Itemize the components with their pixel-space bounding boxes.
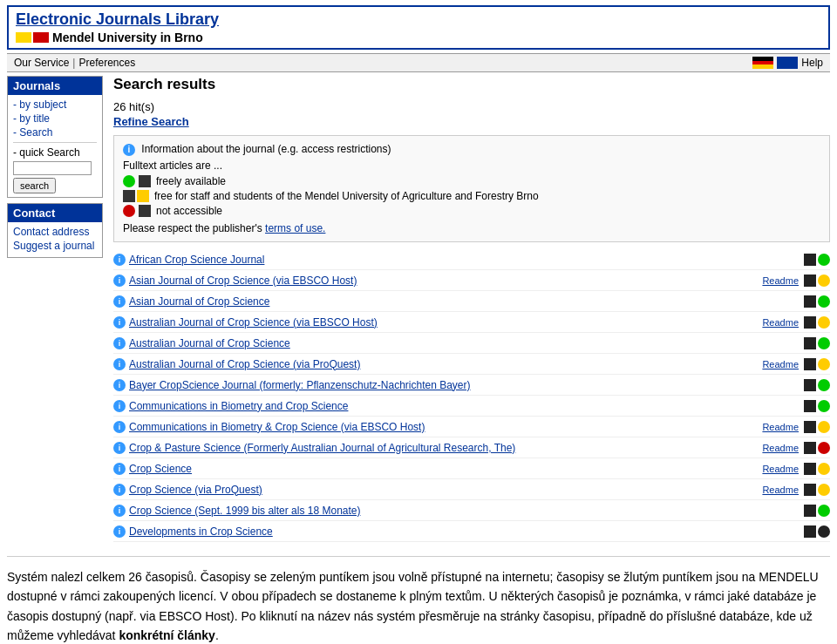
journal-info-icon[interactable]: i (113, 337, 126, 349)
journal-name[interactable]: Bayer CropScience Journal (formerly: Pfl… (129, 379, 804, 391)
journal-info-icon[interactable]: i (113, 400, 126, 412)
journal-name[interactable]: Australian Journal of Crop Science (via … (129, 316, 762, 329)
journal-name[interactable]: Asian Journal of Crop Science (via EBSCO… (129, 275, 762, 287)
journal-info-icon[interactable]: i (113, 463, 126, 475)
search-link[interactable]: - Search (13, 126, 97, 139)
search-button[interactable]: search (13, 178, 56, 193)
journal-name[interactable]: Crop Science (via ProQuest) (129, 484, 762, 496)
journal-name[interactable]: African Crop Science Journal (129, 254, 804, 266)
green-status-dot (818, 254, 830, 266)
yellow-status-dot (818, 463, 830, 475)
black-block2-icon (123, 190, 135, 202)
journal-info-icon[interactable]: i (113, 358, 126, 370)
university-subtitle: Mendel University in Brno (16, 31, 821, 44)
journal-row: iCrop Science (Sept. 1999 bis alter als … (113, 500, 830, 521)
status-blocks (804, 525, 830, 538)
journal-name[interactable]: Communications in Biometry and Crop Scie… (129, 400, 804, 412)
journal-row: iAustralian Journal of Crop Science (113, 333, 830, 354)
help-link[interactable]: Help (801, 57, 823, 69)
hit-count: 26 hit(s) (113, 100, 830, 113)
our-service-link[interactable]: Our Service (14, 57, 69, 69)
quick-search-label: - quick Search (13, 146, 97, 159)
university-name: Mendel University in Brno (52, 31, 203, 44)
info-header: i Information about the journal (e.g. ac… (123, 143, 820, 156)
contact-links: Contact address Suggest a journal (8, 222, 102, 257)
yellow-status-dot (818, 421, 830, 433)
readme-link[interactable]: Readme (762, 443, 799, 453)
journal-row: iCommunications in Biometry and Crop Sci… (113, 396, 830, 417)
black-status-block (804, 358, 816, 370)
journal-row: iCrop & Pasture Science (Formerly Austra… (113, 437, 830, 458)
status-blocks (804, 463, 830, 475)
status-blocks (804, 337, 830, 349)
info-icon: i (123, 144, 135, 156)
readme-link[interactable]: Readme (762, 422, 799, 432)
journal-name[interactable]: Communications in Biometry & Crop Scienc… (129, 421, 762, 433)
journal-row: iDevelopments in Crop Science (113, 521, 830, 542)
journals-links: - by subject - by title - Search - quick… (8, 95, 102, 197)
journal-name[interactable]: Crop Science (129, 463, 762, 475)
journal-info-icon[interactable]: i (113, 295, 126, 308)
green-status-dot (818, 337, 830, 349)
black-status-block (804, 484, 816, 496)
journal-row: iAfrican Crop Science Journal (113, 249, 830, 270)
journal-info-icon[interactable]: i (113, 275, 126, 287)
navbar-left: Our Service | Preferences (14, 57, 135, 69)
journal-row: iCrop Science (via ProQuest)Readme (113, 479, 830, 500)
info-label: Information about the journal (e.g. acce… (141, 143, 391, 155)
journal-name[interactable]: Australian Journal of Crop Science (via … (129, 358, 762, 370)
site-header: Electronic Journals Library Mendel Unive… (7, 5, 830, 50)
journal-info-icon[interactable]: i (113, 379, 126, 391)
journal-name[interactable]: Crop Science (Sept. 1999 bis alter als 1… (129, 505, 804, 517)
readme-link[interactable]: Readme (762, 275, 799, 286)
journal-name[interactable]: Asian Journal of Crop Science (129, 295, 804, 308)
page-title: Search results (113, 76, 830, 93)
terms-row: Please respect the publisher's terms of … (123, 222, 820, 234)
readme-link[interactable]: Readme (762, 485, 799, 495)
journal-name[interactable]: Developments in Crop Science (129, 525, 804, 538)
mendel-blocks (123, 190, 149, 202)
black-status-block (804, 463, 816, 475)
terms-link[interactable]: terms of use. (265, 222, 325, 234)
readme-link[interactable]: Readme (762, 359, 799, 369)
black-status-block (804, 337, 816, 349)
status-blocks (804, 421, 830, 433)
by-subject-link[interactable]: - by subject (13, 98, 97, 111)
journal-info-icon[interactable]: i (113, 505, 126, 517)
black-status-block (804, 254, 816, 266)
status-blocks (804, 358, 830, 370)
red-status-dot (818, 442, 830, 454)
suggest-journal-link[interactable]: Suggest a journal (13, 240, 97, 252)
journal-row: iCommunications in Biometry & Crop Scien… (113, 417, 830, 437)
journal-info-icon[interactable]: i (113, 421, 126, 433)
search-input[interactable] (13, 161, 92, 175)
status-blocks (804, 254, 830, 266)
journal-info-icon[interactable]: i (113, 442, 126, 454)
preferences-link[interactable]: Preferences (78, 57, 135, 69)
refine-search-link[interactable]: Refine Search (113, 115, 189, 128)
journal-name[interactable]: Crop & Pasture Science (Formerly Austral… (129, 442, 762, 454)
journal-row: iAsian Journal of Crop Science (113, 291, 830, 312)
status-blocks (804, 442, 830, 454)
journal-name[interactable]: Australian Journal of Crop Science (129, 337, 804, 349)
journal-info-icon[interactable]: i (113, 525, 126, 538)
journal-info-icon[interactable]: i (113, 484, 126, 496)
status-blocks (804, 316, 830, 329)
contact-address-link[interactable]: Contact address (13, 226, 97, 238)
legend-not: not accessible (123, 205, 820, 217)
status-blocks (804, 505, 830, 517)
by-title-link[interactable]: - by title (13, 112, 97, 125)
status-blocks (804, 379, 830, 391)
flag-gb-icon[interactable] (777, 57, 798, 69)
green-status-dot (818, 379, 830, 391)
readme-link[interactable]: Readme (762, 317, 799, 328)
sidebar: Journals - by subject - by title - Searc… (7, 76, 103, 542)
journal-info-icon[interactable]: i (113, 316, 126, 329)
flag-de-icon[interactable] (752, 57, 773, 69)
navbar-right: Help (752, 57, 823, 69)
readme-link[interactable]: Readme (762, 464, 799, 474)
bottom-bold: konkrétní články (119, 628, 215, 642)
journal-info-icon[interactable]: i (113, 254, 126, 266)
black-status-block (804, 316, 816, 329)
black-status-block (804, 295, 816, 308)
